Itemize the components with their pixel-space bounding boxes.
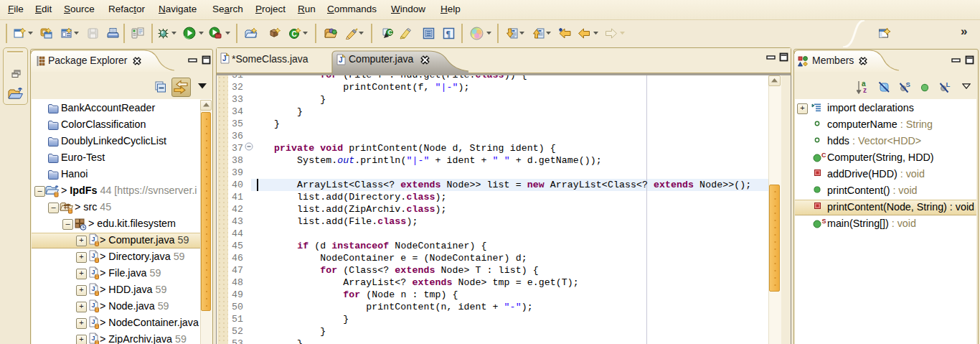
svg-text:J: J — [222, 55, 227, 62]
svg-text:L: L — [946, 81, 951, 88]
svg-text:J: J — [92, 318, 95, 325]
svg-text:S: S — [906, 81, 910, 88]
svg-text:C: C — [821, 152, 826, 159]
svg-text:C: C — [388, 29, 392, 36]
svg-text:J: J — [92, 252, 95, 259]
svg-text:J: J — [339, 56, 343, 64]
svg-text:J: J — [92, 269, 95, 276]
svg-text:¶: ¶ — [446, 29, 451, 39]
svg-text:J: J — [92, 236, 95, 243]
svg-text:J: J — [92, 335, 95, 342]
svg-text:J: J — [92, 302, 95, 309]
svg-text:J: J — [92, 285, 95, 292]
svg-text:S: S — [822, 218, 826, 225]
svg-text:z: z — [863, 86, 867, 94]
